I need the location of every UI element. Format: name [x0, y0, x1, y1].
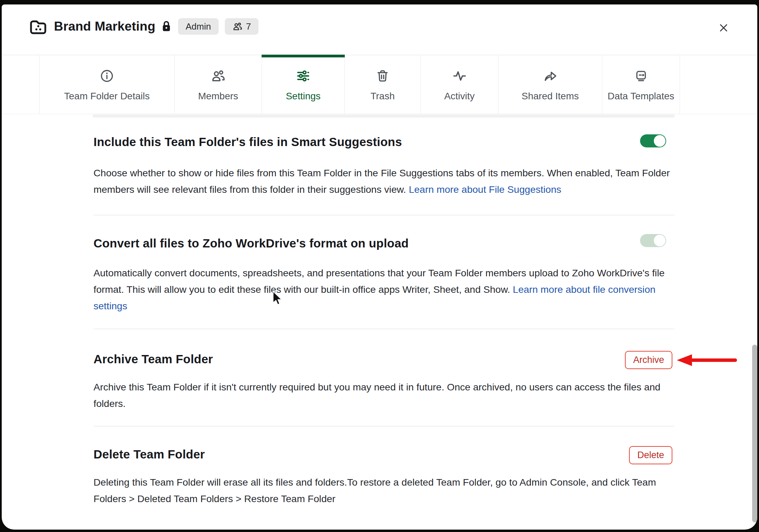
tab-team-folder-details[interactable]: Team Folder Details — [40, 55, 175, 114]
close-icon — [717, 21, 730, 34]
smart-suggestions-heading: Include this Team Folder's files in Smar… — [94, 135, 402, 149]
team-folder-icon — [29, 17, 48, 36]
smart-suggestions-description: Choose whether to show or hide files fro… — [94, 165, 674, 198]
trash-icon — [375, 68, 390, 84]
tab-bar: Team Folder Details Members — [2, 55, 757, 114]
tab-label: Data Templates — [607, 90, 674, 102]
tab-data-templates[interactable]: Data Templates — [602, 55, 680, 114]
smart-suggestions-toggle[interactable] — [640, 134, 666, 147]
delete-description: Deleting this Team Folder will erase all… — [94, 474, 674, 507]
tab-label: Settings — [286, 90, 320, 102]
convert-format-heading: Convert all files to Zoho WorkDrive's fo… — [94, 236, 409, 250]
page-title: Brand Marketing — [54, 19, 155, 34]
divider — [94, 329, 674, 329]
screenshot-stage: Brand Marketing Admin — [0, 0, 759, 532]
template-icon — [634, 68, 648, 84]
divider — [94, 426, 674, 426]
archive-description: Archive this Team Folder if it isn't cur… — [94, 379, 674, 412]
members-icon — [232, 21, 243, 32]
annotation-arrow-icon — [676, 353, 739, 369]
tab-settings[interactable]: Settings — [262, 55, 345, 114]
lock-icon — [161, 20, 172, 33]
archive-button[interactable]: Archive — [625, 351, 672, 369]
tab-activity[interactable]: Activity — [421, 55, 498, 114]
tab-label: Members — [198, 90, 238, 102]
tab-spacer — [2, 55, 40, 114]
toggle-knob — [654, 135, 666, 147]
file-suggestions-link[interactable]: Learn more about File Suggestions — [409, 184, 561, 195]
tab-fill — [680, 55, 757, 114]
convert-format-description: Automatically convert documents, spreads… — [94, 265, 674, 314]
role-badge: Admin — [178, 18, 219, 35]
tab-shared-items[interactable]: Shared Items — [498, 55, 602, 114]
tab-members[interactable]: Members — [175, 55, 262, 114]
delete-heading: Delete Team Folder — [94, 447, 205, 461]
sliders-icon — [296, 68, 311, 84]
tab-trash[interactable]: Trash — [345, 55, 421, 114]
members-icon — [211, 68, 226, 84]
delete-button[interactable]: Delete — [629, 446, 672, 464]
description-text: Choose whether to show or hide files fro… — [94, 167, 670, 195]
member-count: 7 — [246, 21, 251, 32]
tab-label: Activity — [444, 90, 475, 102]
convert-format-toggle[interactable] — [640, 234, 666, 247]
archive-heading: Archive Team Folder — [94, 352, 213, 366]
content-top-divider — [92, 114, 675, 118]
dialog-header: Brand Marketing Admin — [29, 17, 258, 36]
role-badge-label: Admin — [186, 21, 211, 32]
vertical-scrollbar-thumb[interactable] — [752, 345, 757, 522]
tab-label: Shared Items — [521, 90, 579, 102]
divider — [94, 215, 674, 215]
tab-label: Trash — [371, 90, 395, 102]
close-button[interactable] — [715, 19, 733, 37]
member-count-badge[interactable]: 7 — [225, 18, 258, 35]
share-icon — [543, 68, 558, 84]
team-folder-dialog: Brand Marketing Admin — [2, 4, 757, 530]
activity-icon — [452, 68, 467, 84]
toggle-knob — [654, 235, 666, 246]
info-icon — [100, 68, 114, 84]
tab-label: Team Folder Details — [64, 90, 150, 102]
